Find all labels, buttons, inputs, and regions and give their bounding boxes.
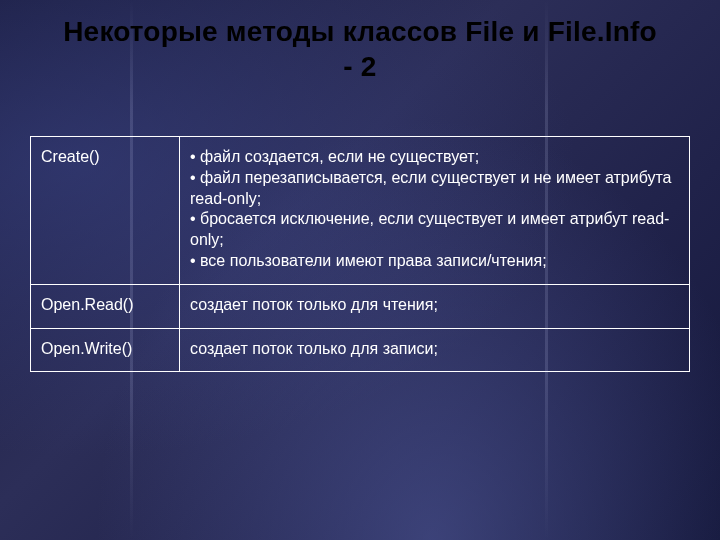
table-row: Open.Read() создает поток только для чте… — [31, 284, 690, 328]
methods-table: Create() • файл создается, если не сущес… — [30, 136, 690, 372]
method-name: Open.Read() — [31, 284, 180, 328]
method-description: • файл создается, если не существует; • … — [180, 137, 690, 285]
method-name: Create() — [31, 137, 180, 285]
table-row: Open.Write() создает поток только для за… — [31, 328, 690, 372]
slide-title: Некоторые методы классов File и File.Inf… — [30, 14, 690, 84]
method-name: Open.Write() — [31, 328, 180, 372]
method-description: создает поток только для чтения; — [180, 284, 690, 328]
method-description: создает поток только для записи; — [180, 328, 690, 372]
table-row: Create() • файл создается, если не сущес… — [31, 137, 690, 285]
